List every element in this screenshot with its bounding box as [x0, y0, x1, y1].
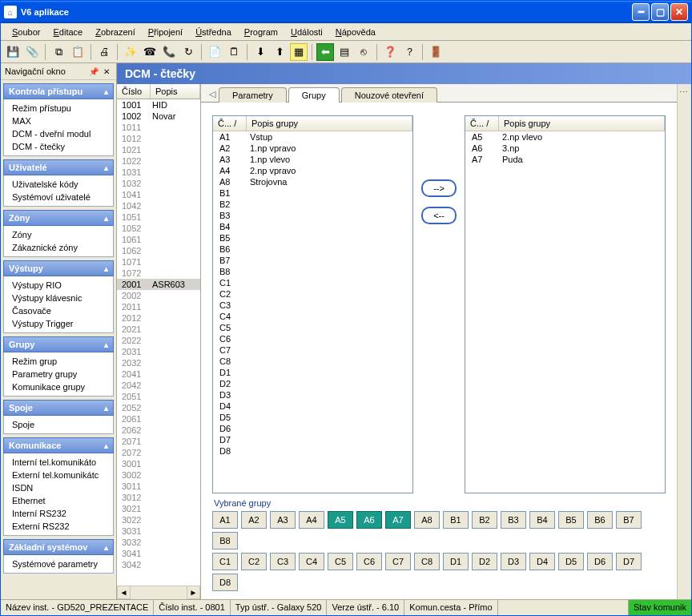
- navitem-4-2[interactable]: Komunikace grupy: [4, 380, 113, 393]
- list-row[interactable]: 1022: [117, 155, 200, 167]
- exit-icon[interactable]: ⎋: [355, 43, 372, 61]
- list-row[interactable]: 2011: [117, 301, 200, 312]
- group-row[interactable]: C4: [213, 311, 412, 322]
- navgroup-2[interactable]: Zóny▴: [3, 210, 114, 226]
- chip-C7[interactable]: C7: [385, 553, 411, 570]
- group-row[interactable]: C6: [213, 333, 412, 344]
- list-row[interactable]: 1012: [117, 133, 200, 144]
- navitem-6-3[interactable]: Ethernet: [4, 494, 113, 507]
- list-row[interactable]: 1031: [117, 167, 200, 178]
- group-row[interactable]: D4: [213, 401, 412, 412]
- list-row[interactable]: 1052: [117, 223, 200, 234]
- menu-editace[interactable]: Editace: [46, 26, 89, 38]
- list-row[interactable]: 3042: [117, 559, 200, 570]
- chip-C1[interactable]: C1: [212, 553, 238, 570]
- chip-A3[interactable]: A3: [270, 511, 296, 529]
- navitem-0-0[interactable]: Režim přístupu: [4, 102, 113, 115]
- dial-blue-icon[interactable]: 📞: [160, 43, 178, 61]
- list-row[interactable]: 1061: [117, 234, 200, 245]
- list-row[interactable]: 3001: [117, 458, 200, 469]
- tab-grupy[interactable]: Grupy: [288, 87, 340, 103]
- menu-program[interactable]: Program: [238, 26, 284, 38]
- navitem-2-0[interactable]: Zóny: [4, 228, 113, 241]
- list-row[interactable]: 1032: [117, 178, 200, 189]
- log-icon[interactable]: 🗒: [225, 43, 243, 61]
- list-row[interactable]: 1002Novar: [117, 111, 200, 122]
- group-row[interactable]: C3: [213, 300, 412, 311]
- chip-B3[interactable]: B3: [501, 511, 526, 529]
- page-yellow-icon[interactable]: ▦: [290, 43, 308, 61]
- menu-soubor[interactable]: Soubor: [6, 26, 46, 38]
- list-row[interactable]: 3011: [117, 481, 200, 492]
- group-row[interactable]: D6: [213, 423, 412, 434]
- group-row[interactable]: B2: [213, 199, 412, 210]
- refresh-icon[interactable]: ↻: [179, 43, 197, 61]
- paste-icon[interactable]: 📋: [69, 43, 86, 61]
- chip-D7[interactable]: D7: [616, 553, 642, 570]
- navitem-2-1[interactable]: Zákaznické zóny: [4, 241, 113, 254]
- chip-A5[interactable]: A5: [328, 511, 353, 529]
- lv-col-code[interactable]: Č... /: [213, 116, 247, 131]
- chip-B7[interactable]: B7: [616, 511, 642, 529]
- navitem-5-0[interactable]: Spoje: [4, 418, 113, 431]
- group-row[interactable]: B1: [213, 187, 412, 199]
- navitem-4-1[interactable]: Parametry grupy: [4, 368, 113, 380]
- navitem-1-0[interactable]: Uživatelské kódy: [4, 178, 113, 191]
- chip-C5[interactable]: C5: [328, 553, 353, 570]
- list-row[interactable]: 2061: [117, 413, 200, 425]
- lv-col-desc[interactable]: Popis grupy: [499, 116, 665, 131]
- group-row[interactable]: D5: [213, 412, 412, 423]
- menu-nápověda[interactable]: Nápověda: [329, 26, 382, 38]
- list-row[interactable]: 2032: [117, 357, 200, 368]
- list-col-desc[interactable]: Popis: [151, 84, 200, 99]
- navitem-3-1[interactable]: Výstupy klávesnic: [4, 292, 113, 304]
- dial-yellow-icon[interactable]: ☎: [141, 43, 159, 61]
- chip-A4[interactable]: A4: [299, 511, 324, 529]
- group-row[interactable]: A42.np vpravo: [213, 165, 412, 176]
- list-row[interactable]: 2071: [117, 436, 200, 447]
- maximize-button[interactable]: ▢: [651, 3, 669, 21]
- navitem-1-1[interactable]: Systémoví uživatelé: [4, 191, 113, 203]
- chip-C3[interactable]: C3: [270, 553, 296, 570]
- list-row[interactable]: 3021: [117, 503, 200, 514]
- group-row[interactable]: B3: [213, 210, 412, 221]
- chip-A7[interactable]: A7: [385, 511, 411, 529]
- list-row[interactable]: 3032: [117, 537, 200, 548]
- collapse-right-icon[interactable]: ⋯: [679, 87, 690, 99]
- menu-zobrazení[interactable]: Zobrazení: [89, 26, 142, 38]
- list-row[interactable]: 2072: [117, 447, 200, 458]
- group-row[interactable]: D8: [213, 445, 412, 457]
- door-icon[interactable]: 🚪: [427, 43, 445, 61]
- list-row[interactable]: 2021: [117, 324, 200, 335]
- list-row[interactable]: 3041: [117, 548, 200, 559]
- list-scroll-right-icon[interactable]: ►: [187, 586, 200, 599]
- list-row[interactable]: 1021: [117, 144, 200, 155]
- list-row[interactable]: 3002: [117, 469, 200, 481]
- group-row[interactable]: C2: [213, 288, 412, 300]
- lv-col-code[interactable]: Č... /: [465, 116, 499, 131]
- group-row[interactable]: B4: [213, 221, 412, 232]
- navgroup-5[interactable]: Spoje▴: [3, 400, 114, 416]
- list-row[interactable]: 2062: [117, 425, 200, 436]
- list-row[interactable]: 1011: [117, 122, 200, 133]
- nav-close-icon[interactable]: ✕: [101, 66, 112, 77]
- chip-D2[interactable]: D2: [472, 553, 497, 570]
- menu-ústředna[interactable]: Ústředna: [189, 26, 238, 38]
- move-left-button[interactable]: <--: [421, 207, 457, 224]
- list-row[interactable]: 1051: [117, 211, 200, 223]
- list-row[interactable]: 3012: [117, 492, 200, 503]
- group-row[interactable]: A21.np vpravo: [213, 143, 412, 154]
- navitem-6-2[interactable]: ISDN: [4, 481, 113, 494]
- group-row[interactable]: C7: [213, 344, 412, 356]
- list-col-number[interactable]: Číslo: [117, 84, 151, 99]
- pin-icon[interactable]: 📌: [88, 66, 99, 77]
- chip-A1[interactable]: A1: [212, 511, 238, 529]
- navgroup-3[interactable]: Výstupy▴: [3, 260, 114, 276]
- download-icon[interactable]: ⬇: [251, 43, 269, 61]
- navitem-0-1[interactable]: MAX: [4, 115, 113, 127]
- list-row[interactable]: 3031: [117, 525, 200, 537]
- navgroup-1[interactable]: Uživatelé▴: [3, 159, 114, 175]
- group-row[interactable]: D1: [213, 367, 412, 378]
- navgroup-0[interactable]: Kontrola přístupu▴: [3, 83, 114, 99]
- move-right-button[interactable]: -->: [421, 179, 457, 197]
